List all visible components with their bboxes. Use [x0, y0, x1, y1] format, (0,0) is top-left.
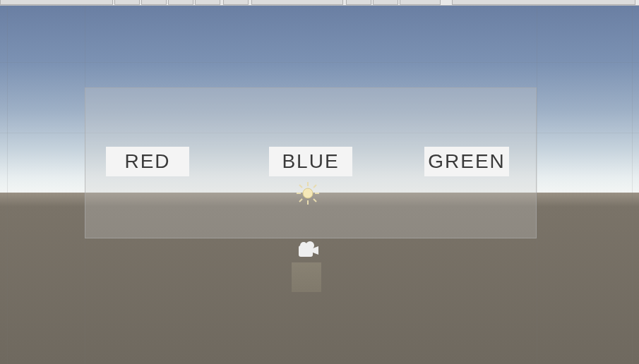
green-button[interactable]: GREEN	[424, 147, 509, 176]
toolbar-segment[interactable]	[141, 0, 167, 5]
toolbar-segment[interactable]	[223, 0, 249, 5]
toolbar-segment[interactable]	[251, 0, 343, 5]
blue-button[interactable]: BLUE	[269, 147, 352, 176]
toolbar-segment[interactable]	[346, 0, 371, 5]
toolbar-segment[interactable]	[0, 0, 113, 5]
grid-line	[537, 6, 537, 364]
grid-line	[7, 6, 8, 364]
toolbar-segment[interactable]	[195, 0, 220, 5]
button-label: GREEN	[428, 150, 506, 173]
button-label: BLUE	[282, 150, 339, 173]
toolbar-segment[interactable]	[400, 0, 441, 5]
button-label: RED	[124, 150, 170, 173]
grid-line	[0, 62, 639, 63]
toolbar-segment[interactable]	[114, 0, 140, 5]
red-button[interactable]: RED	[106, 147, 189, 176]
toolbar-segment[interactable]	[168, 0, 193, 5]
grid-line	[632, 6, 633, 364]
scene-toolbar	[0, 0, 639, 6]
toolbar-segment[interactable]	[452, 0, 635, 5]
scene-view[interactable]: RED BLUE GREEN	[0, 6, 639, 364]
toolbar-segment[interactable]	[373, 0, 398, 5]
cube-gameobject[interactable]	[292, 262, 321, 292]
